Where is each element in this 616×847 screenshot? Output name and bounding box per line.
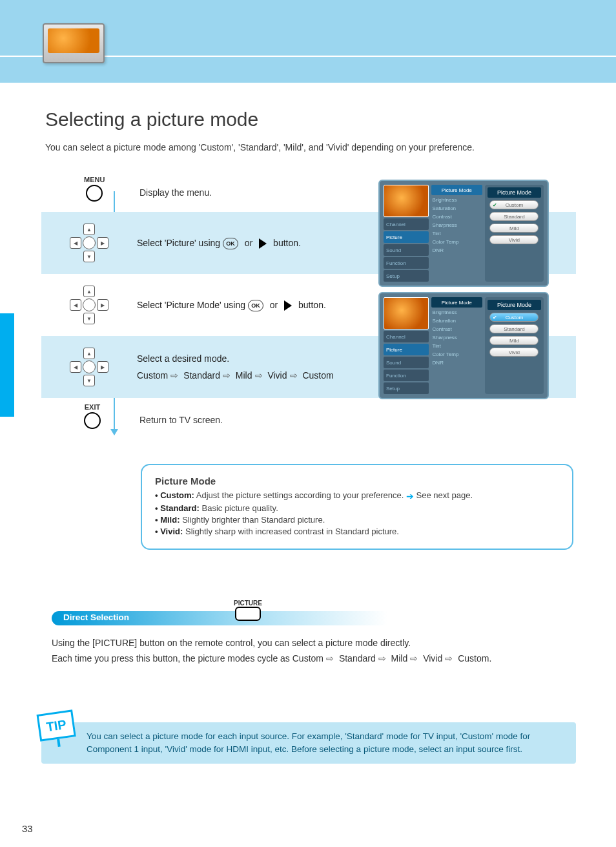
- osd-tab-active: Picture: [384, 344, 429, 355]
- section-logo: [43, 23, 105, 70]
- osd-item: Sharpness: [431, 222, 482, 229]
- page-number: 33: [22, 823, 33, 834]
- osd-tab: Sound: [384, 357, 429, 368]
- osd-option: Vivid: [489, 235, 539, 244]
- osd-item: Tint: [431, 230, 482, 237]
- exit-circle-icon: [84, 412, 101, 429]
- goto-arrow-icon: ➔: [406, 491, 414, 501]
- flow-arrow-icon: [110, 429, 118, 435]
- direct-line1: Using the [PICTURE] button on the remote…: [52, 636, 575, 651]
- osd-item: Contrast: [431, 213, 482, 220]
- tip-icon: TIP: [37, 709, 76, 741]
- osd-item: Tint: [431, 342, 482, 350]
- osd-item: Color Temp: [431, 351, 482, 358]
- picture-mode-info: Picture Mode • Custom: Adjust the pictur…: [141, 464, 573, 550]
- osd-option: Standard: [489, 324, 539, 333]
- ok-badge-icon: OK: [223, 238, 238, 249]
- osd-option: Standard: [489, 212, 539, 221]
- side-tab: [0, 313, 14, 417]
- cycle-arrow-icon: ⇨: [170, 369, 178, 382]
- osd-item: DNR: [431, 359, 482, 366]
- osd-option: Mild: [489, 224, 539, 233]
- direct-selection-section: Direct Selection PICTURE Using the [PICT…: [52, 601, 575, 667]
- dpad-icon: ▲▼◀▶: [68, 284, 110, 326]
- osd-item: DNR: [431, 247, 482, 254]
- osd-tab: Setup: [384, 382, 429, 394]
- osd-tab: Sound: [384, 244, 429, 256]
- osd-item: Brightness: [431, 196, 482, 204]
- page-title: Selecting a picture mode You can select …: [45, 109, 475, 152]
- tip-badge: TIP: [37, 709, 77, 749]
- cycle-arrow-icon: ⇨: [378, 651, 386, 667]
- osd-mid-header: Picture Mode: [431, 185, 482, 195]
- cycle-arrow-icon: ⇨: [223, 369, 231, 382]
- osd-thumb-icon: [384, 297, 429, 329]
- osd-tab: Function: [384, 370, 429, 381]
- remote-picture-button: PICTURE: [234, 600, 262, 621]
- osd-option-selected: ✔Custom: [489, 313, 539, 322]
- direct-title: Direct Selection: [63, 612, 129, 622]
- osd-thumb-icon: [384, 185, 429, 217]
- cycle-arrow-icon: ⇨: [410, 651, 418, 667]
- tip-box: TIP You can select a picture mode for ea…: [41, 722, 576, 764]
- osd-mid-header: Picture Mode: [431, 297, 482, 308]
- osd-item: Brightness: [431, 309, 482, 316]
- exit-desc: Return to TV screen.: [139, 415, 223, 425]
- dpad-icon: ▲▼◀▶: [68, 222, 110, 264]
- osd-tab: Channel: [384, 331, 429, 342]
- cycle-arrow-icon: ⇨: [255, 369, 263, 382]
- osd-right-header: Picture Mode: [488, 300, 541, 310]
- info-title: Picture Mode: [155, 476, 559, 486]
- osd-item: Saturation: [431, 205, 482, 212]
- osd-tab: Setup: [384, 270, 429, 282]
- tip-line1: You can select a picture mode for each i…: [87, 730, 530, 743]
- check-icon: ✔: [493, 315, 497, 320]
- remote-exit-button: EXIT: [84, 403, 101, 429]
- tip-line2: Component 1 input, 'Vivid' mode for HDMI…: [87, 743, 530, 756]
- osd-right-header: Picture Mode: [488, 187, 541, 198]
- cycle-arrow-icon: ⇨: [326, 651, 334, 667]
- dpad-icon: ▲▼◀▶: [68, 346, 110, 388]
- osd-item: Saturation: [431, 317, 482, 324]
- play-icon: [259, 238, 267, 249]
- cycle-arrow-icon: ⇨: [290, 369, 298, 382]
- osd-tab: Function: [384, 257, 429, 269]
- osd-item: Contrast: [431, 326, 482, 333]
- ok-badge-icon: OK: [248, 300, 263, 311]
- direct-line2: Each time you press this button, the pic…: [52, 651, 575, 667]
- picture-button-icon: [235, 607, 261, 621]
- osd-tab-active: Picture: [384, 231, 429, 243]
- osd-option: Vivid: [489, 348, 539, 357]
- check-icon: ✔: [493, 202, 497, 208]
- osd-option: ✔Custom: [489, 200, 539, 209]
- osd-tab: Channel: [384, 218, 429, 230]
- page-intro: You can select a picture mode among 'Cus…: [45, 142, 475, 152]
- osd-item: Color Temp: [431, 238, 482, 246]
- osd-item: Sharpness: [431, 334, 482, 341]
- play-icon: [284, 300, 292, 311]
- osd-screenshot-1: Channel Picture Sound Function Setup Pic…: [378, 180, 549, 287]
- cycle-arrow-icon: ⇨: [445, 651, 453, 667]
- osd-option: Mild: [489, 336, 539, 345]
- osd-screenshot-2: Channel Picture Sound Function Setup Pic…: [378, 292, 549, 399]
